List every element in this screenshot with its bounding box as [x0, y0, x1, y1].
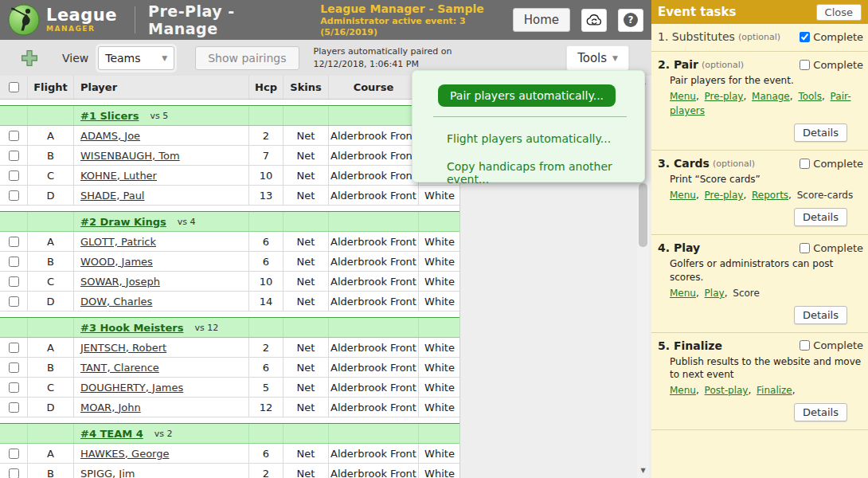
player-link[interactable]: DOW, Charles — [80, 296, 152, 308]
course-cell: Alderbrook Front — [329, 252, 419, 271]
team-empty-cell — [329, 106, 419, 125]
app-logo[interactable]: League MANAGER — [8, 4, 117, 36]
row-checkbox[interactable] — [9, 237, 19, 247]
player-link[interactable]: WISENBAUGH, Tom — [80, 150, 180, 162]
show-pairings-button[interactable]: Show pairings — [195, 46, 299, 70]
team-empty-cell — [283, 106, 329, 125]
complete-checkbox-wrap[interactable]: Complete — [800, 31, 863, 43]
player-link[interactable]: MOAR, John — [80, 402, 141, 413]
player-link[interactable]: SPIGG, Jim — [80, 468, 135, 478]
select-all-checkbox[interactable] — [9, 82, 19, 92]
skins-cell: Net — [283, 232, 329, 251]
row-checkbox[interactable] — [9, 151, 19, 161]
task-item: 4. PlayCompleteGolfers or administrators… — [651, 235, 868, 332]
flight-cell: A — [28, 338, 74, 357]
team-group: #2 Draw Kingsvs 4AGLOTT, Patrick6NetAlde… — [0, 211, 459, 311]
course-cell: Alderbrook Front — [329, 232, 419, 251]
row-checkbox[interactable] — [9, 382, 19, 393]
task-details-row: Details — [658, 123, 847, 142]
view-select-value: Teams — [105, 52, 140, 65]
hcp-cell: 2 — [249, 126, 283, 145]
team-empty-cell — [283, 212, 329, 231]
team-link[interactable]: #1 Slicers — [80, 110, 139, 122]
task-link[interactable]: Finalize — [757, 385, 792, 396]
complete-checkbox-wrap[interactable]: Complete — [800, 158, 863, 170]
table-row: BWOOD, James6NetAlderbrook FrontWhite — [0, 252, 459, 272]
details-button[interactable]: Details — [794, 403, 847, 421]
player-link[interactable]: HAWKES, George — [80, 448, 169, 460]
player-link[interactable]: WOOD, James — [80, 256, 153, 268]
details-button[interactable]: Details — [794, 306, 847, 324]
complete-label: Complete — [813, 242, 863, 254]
team-link[interactable]: #4 TEAM 4 — [80, 428, 143, 440]
flight-cell: D — [28, 292, 74, 311]
task-link[interactable]: Play — [705, 288, 725, 299]
tools-menu-item[interactable]: Copy handicaps from another event... — [412, 160, 644, 186]
player-link[interactable]: JENTSCH, Robert — [80, 342, 166, 354]
details-button[interactable]: Details — [794, 208, 847, 226]
complete-checkbox[interactable] — [800, 243, 810, 253]
table-row: DDOW, Charles14NetAlderbrook FrontWhite — [0, 292, 459, 311]
complete-checkbox[interactable] — [800, 32, 810, 42]
tools-menu-item[interactable]: Flight players automatically... — [412, 132, 644, 145]
row-checkbox[interactable] — [9, 402, 19, 413]
task-link[interactable]: Menu — [670, 190, 696, 201]
task-link[interactable]: Reports — [752, 190, 788, 201]
row-checkbox[interactable] — [9, 276, 19, 287]
row-checkbox[interactable] — [9, 362, 19, 373]
row-checkbox[interactable] — [9, 131, 19, 141]
row-select-cell — [0, 338, 28, 357]
sidebar-header: Event tasks Close — [651, 0, 868, 24]
player-link[interactable]: TANT, Clarence — [80, 362, 159, 374]
details-button[interactable]: Details — [794, 123, 847, 142]
skins-cell: Net — [283, 444, 329, 463]
player-cell: JENTSCH, Robert — [74, 338, 249, 357]
player-link[interactable]: GLOTT, Patrick — [80, 236, 156, 248]
complete-checkbox[interactable] — [800, 60, 810, 70]
task-link[interactable]: Menu — [670, 91, 696, 102]
row-checkbox[interactable] — [9, 257, 19, 267]
hcp-cell: 14 — [249, 292, 283, 311]
scroll-down-arrow-icon[interactable]: ▼ — [637, 464, 649, 476]
view-select[interactable]: Teams ▼ — [98, 46, 174, 70]
row-checkbox[interactable] — [9, 343, 19, 353]
logo-line1: League — [46, 7, 117, 24]
scrollbar-thumb[interactable] — [639, 183, 647, 247]
paired-note: Players automatically paired on 12/12/20… — [314, 45, 452, 70]
task-link[interactable]: Manage — [752, 91, 790, 102]
vs-label: vs 2 — [154, 429, 173, 439]
page-title: Pre-Play - Manage — [148, 2, 299, 37]
task-link[interactable]: Menu — [670, 288, 696, 299]
task-link[interactable]: Tools — [798, 91, 822, 102]
pair-players-automatically-button[interactable]: Pair players automatically... — [438, 84, 616, 107]
task-link[interactable]: Pre-play — [705, 190, 744, 201]
team-link[interactable]: #3 Hook Meisters — [80, 322, 184, 334]
player-link[interactable]: SOWAR, Joseph — [80, 276, 160, 288]
complete-checkbox-wrap[interactable]: Complete — [800, 339, 863, 351]
tools-button[interactable]: Tools ▼ — [566, 45, 629, 71]
cloud-sync-button[interactable] — [581, 9, 607, 32]
player-link[interactable]: DOUGHERTY, James — [80, 382, 183, 394]
complete-checkbox[interactable] — [800, 340, 810, 351]
row-checkbox[interactable] — [9, 468, 19, 478]
complete-label: Complete — [813, 59, 863, 71]
add-plus-icon[interactable] — [21, 49, 38, 67]
help-button[interactable]: ? — [618, 9, 643, 32]
row-checkbox[interactable] — [9, 449, 19, 459]
home-button[interactable]: Home — [513, 8, 570, 32]
task-link[interactable]: Post-play — [705, 385, 749, 396]
close-button[interactable]: Close — [816, 4, 862, 21]
complete-checkbox-wrap[interactable]: Complete — [800, 59, 863, 71]
row-checkbox[interactable] — [9, 170, 19, 181]
task-list: 1. Substitutes(optional)Complete2. Pair(… — [651, 24, 868, 430]
task-link[interactable]: Pre-play — [705, 91, 744, 102]
complete-checkbox[interactable] — [800, 159, 810, 169]
player-link[interactable]: SHADE, Paul — [80, 190, 144, 202]
team-link[interactable]: #2 Draw Kings — [80, 216, 166, 228]
player-link[interactable]: KOHNE, Luther — [80, 170, 157, 182]
complete-checkbox-wrap[interactable]: Complete — [800, 242, 863, 254]
task-link[interactable]: Menu — [670, 385, 696, 396]
row-checkbox[interactable] — [9, 190, 19, 201]
player-link[interactable]: ADAMS, Joe — [80, 130, 140, 142]
row-checkbox[interactable] — [9, 296, 19, 307]
